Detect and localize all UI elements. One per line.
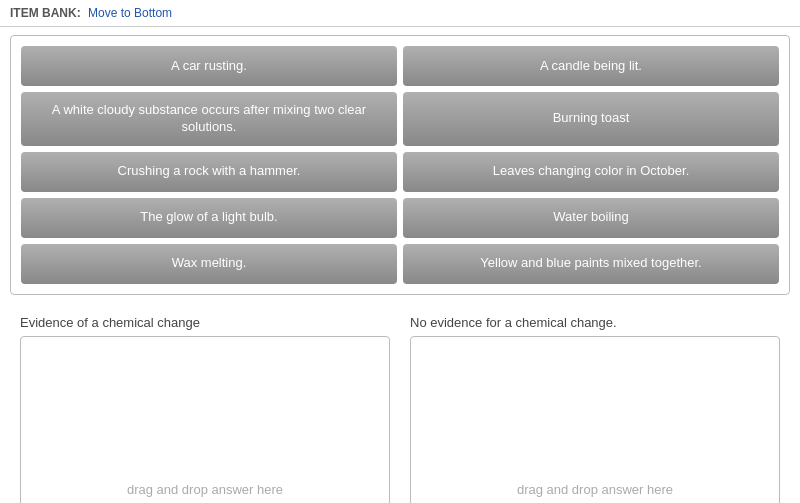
item-bank-box: A car rusting.A candle being lit.A white… bbox=[10, 35, 790, 295]
drop-zone-box-zone-no-chemical[interactable]: drag and drop answer here bbox=[410, 336, 780, 503]
item-button-item-10[interactable]: Yellow and blue paints mixed together. bbox=[403, 244, 779, 284]
drop-zone-col-zone-chemical: Evidence of a chemical changedrag and dr… bbox=[10, 315, 400, 503]
item-button-item-6[interactable]: Leaves changing color in October. bbox=[403, 152, 779, 192]
item-bank-header: ITEM BANK: Move to Bottom bbox=[0, 0, 800, 27]
drop-zone-hint-zone-chemical: drag and drop answer here bbox=[127, 482, 283, 497]
drop-zones-container: Evidence of a chemical changedrag and dr… bbox=[0, 305, 800, 503]
item-button-item-1[interactable]: A car rusting. bbox=[21, 46, 397, 86]
drop-zone-box-zone-chemical[interactable]: drag and drop answer here bbox=[20, 336, 390, 503]
item-button-item-4[interactable]: Burning toast bbox=[403, 92, 779, 146]
item-button-item-5[interactable]: Crushing a rock with a hammer. bbox=[21, 152, 397, 192]
item-bank-label: ITEM BANK: bbox=[10, 6, 81, 20]
drop-zone-label-zone-chemical: Evidence of a chemical change bbox=[20, 315, 390, 330]
item-button-item-9[interactable]: Wax melting. bbox=[21, 244, 397, 284]
item-button-item-8[interactable]: Water boiling bbox=[403, 198, 779, 238]
item-button-item-3[interactable]: A white cloudy substance occurs after mi… bbox=[21, 92, 397, 146]
drop-zone-col-zone-no-chemical: No evidence for a chemical change.drag a… bbox=[400, 315, 790, 503]
move-to-bottom-link[interactable]: Move to Bottom bbox=[88, 6, 172, 20]
item-grid: A car rusting.A candle being lit.A white… bbox=[21, 46, 779, 284]
item-button-item-2[interactable]: A candle being lit. bbox=[403, 46, 779, 86]
item-button-item-7[interactable]: The glow of a light bulb. bbox=[21, 198, 397, 238]
drop-zone-label-zone-no-chemical: No evidence for a chemical change. bbox=[410, 315, 780, 330]
drop-zone-hint-zone-no-chemical: drag and drop answer here bbox=[517, 482, 673, 497]
